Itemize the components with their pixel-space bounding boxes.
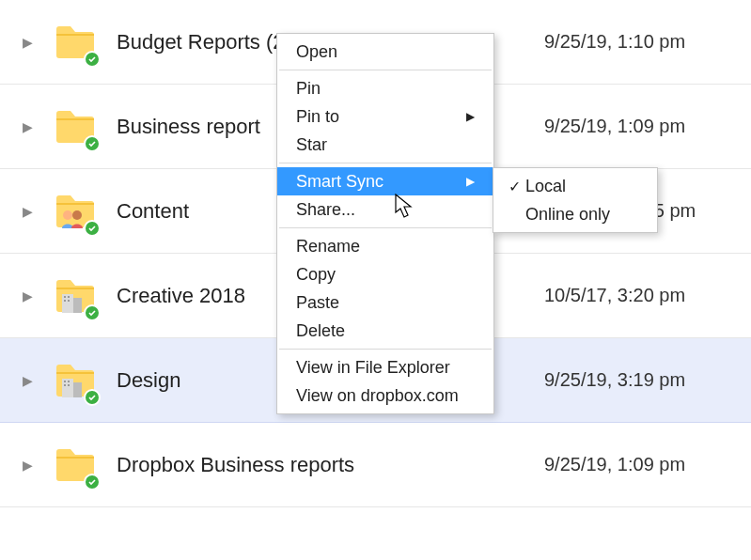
svg-point-1 [72, 210, 82, 220]
file-date: 9/25/19, 1:09 pm [544, 116, 751, 137]
svg-rect-12 [64, 384, 66, 386]
menu-separator [279, 163, 492, 163]
menu-delete[interactable]: Delete [277, 317, 493, 345]
chevron-right-icon: ▶ [466, 110, 475, 123]
expand-icon[interactable]: ▶ [23, 288, 36, 303]
expand-icon[interactable]: ▶ [23, 35, 36, 50]
menu-open[interactable]: Open [277, 38, 493, 66]
menu-view-explorer[interactable]: View in File Explorer [277, 353, 493, 381]
sync-badge-icon [84, 220, 101, 237]
menu-paste[interactable]: Paste [277, 288, 493, 317]
file-date: 9/25/19, 1:10 pm [544, 31, 751, 53]
menu-separator [279, 349, 492, 350]
menu-star[interactable]: Star [277, 131, 493, 159]
folder-people-icon [53, 189, 98, 234]
svg-rect-5 [68, 296, 70, 298]
submenu-online-only[interactable]: Online only [493, 200, 657, 228]
svg-rect-9 [73, 382, 82, 397]
sync-badge-icon [84, 51, 101, 68]
sync-badge-icon [84, 135, 101, 152]
folder-building-icon [53, 358, 98, 403]
folder-icon [53, 104, 98, 149]
expand-icon[interactable]: ▶ [23, 204, 36, 219]
file-date: 10/5/17, 3:20 pm [544, 285, 751, 306]
file-date: 9/25/19, 1:09 pm [544, 454, 751, 475]
svg-rect-11 [68, 381, 70, 382]
context-menu: Open Pin Pin to▶ Star Smart Sync▶ Share.… [276, 33, 494, 414]
svg-rect-13 [68, 384, 70, 386]
file-date: 9/25/19, 3:19 pm [544, 369, 751, 391]
checkmark-icon: ✓ [503, 178, 525, 195]
menu-smart-sync[interactable]: Smart Sync▶ [277, 167, 493, 195]
file-name: Dropbox Business reports [117, 453, 544, 477]
smart-sync-submenu: ✓ Local Online only [493, 167, 658, 233]
sync-badge-icon [84, 474, 101, 490]
folder-building-icon [53, 273, 98, 319]
sync-badge-icon [84, 389, 101, 406]
svg-rect-10 [64, 381, 66, 382]
sync-badge-icon [84, 304, 101, 321]
expand-icon[interactable]: ▶ [23, 119, 36, 134]
menu-copy[interactable]: Copy [277, 260, 493, 288]
submenu-local[interactable]: ✓ Local [493, 172, 657, 200]
file-row[interactable]: ▶ Dropbox Business reports 9/25/19, 1:09… [0, 423, 751, 507]
svg-rect-7 [68, 300, 70, 302]
menu-separator [279, 227, 492, 228]
expand-icon[interactable]: ▶ [23, 373, 36, 388]
expand-icon[interactable]: ▶ [23, 458, 36, 473]
menu-pin[interactable]: Pin [277, 74, 493, 102]
folder-icon [53, 20, 98, 65]
folder-icon [53, 443, 98, 488]
menu-separator [279, 70, 492, 70]
svg-rect-3 [73, 298, 82, 313]
svg-rect-4 [64, 296, 66, 298]
menu-share[interactable]: Share... [277, 195, 493, 224]
menu-rename[interactable]: Rename [277, 232, 493, 260]
svg-rect-6 [64, 300, 66, 302]
svg-point-0 [63, 210, 72, 220]
chevron-right-icon: ▶ [466, 175, 475, 188]
menu-view-dropbox[interactable]: View on dropbox.com [277, 381, 493, 410]
menu-pin-to[interactable]: Pin to▶ [277, 102, 493, 131]
